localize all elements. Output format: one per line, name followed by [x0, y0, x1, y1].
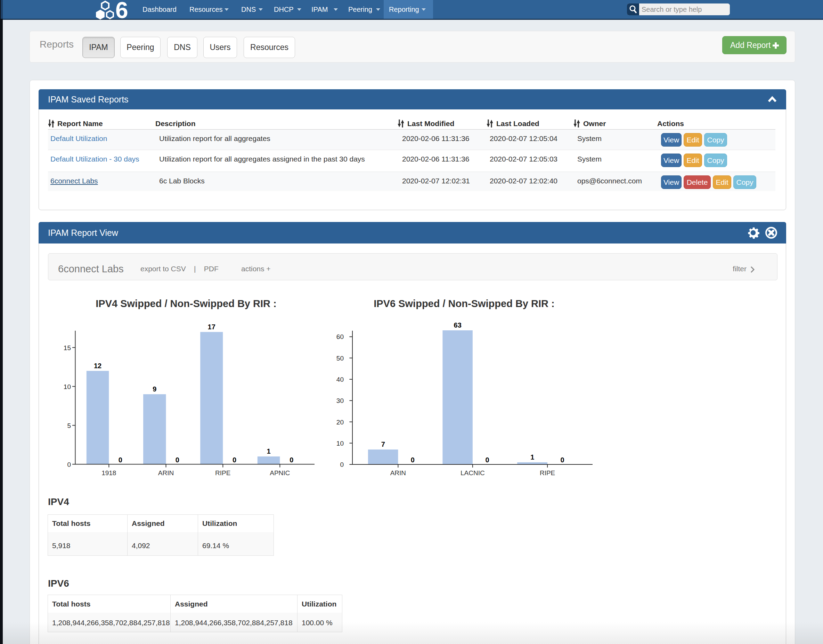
svg-text:0: 0 — [67, 461, 71, 468]
svg-text:IPV4 Swipped / Non-Swipped By: IPV4 Swipped / Non-Swipped By RIR : — [95, 298, 276, 309]
svg-text:15: 15 — [64, 344, 71, 351]
svg-text:10: 10 — [64, 383, 71, 390]
svg-text:50: 50 — [336, 355, 344, 362]
svg-text:0: 0 — [175, 456, 179, 464]
svg-text:RIPE: RIPE — [215, 469, 230, 477]
svg-text:1918: 1918 — [101, 469, 116, 477]
svg-text:30: 30 — [336, 397, 344, 404]
svg-text:12: 12 — [94, 362, 101, 370]
svg-text:IPV6 Swipped / Non-Swipped By: IPV6 Swipped / Non-Swipped By RIR : — [374, 298, 554, 309]
svg-text:0: 0 — [118, 456, 122, 464]
svg-text:0: 0 — [485, 456, 489, 464]
svg-text:0: 0 — [411, 456, 415, 464]
svg-text:9: 9 — [153, 385, 157, 393]
svg-text:17: 17 — [208, 323, 215, 331]
svg-text:60: 60 — [336, 333, 344, 340]
svg-text:0: 0 — [290, 456, 293, 464]
svg-text:63: 63 — [454, 321, 462, 329]
svg-text:0: 0 — [232, 456, 236, 464]
svg-text:RIPE: RIPE — [540, 469, 555, 477]
svg-text:40: 40 — [336, 376, 344, 383]
svg-text:1: 1 — [530, 453, 534, 461]
svg-text:0: 0 — [560, 456, 564, 464]
svg-text:0: 0 — [340, 461, 344, 468]
svg-text:ARIN: ARIN — [158, 469, 174, 477]
svg-text:7: 7 — [381, 440, 385, 448]
svg-text:1: 1 — [267, 448, 270, 455]
svg-text:10: 10 — [336, 440, 344, 447]
svg-text:APNIC: APNIC — [270, 469, 290, 477]
svg-text:5: 5 — [67, 422, 71, 429]
svg-text:20: 20 — [336, 419, 344, 426]
svg-text:ARIN: ARIN — [390, 469, 406, 477]
svg-text:LACNIC: LACNIC — [461, 469, 485, 477]
